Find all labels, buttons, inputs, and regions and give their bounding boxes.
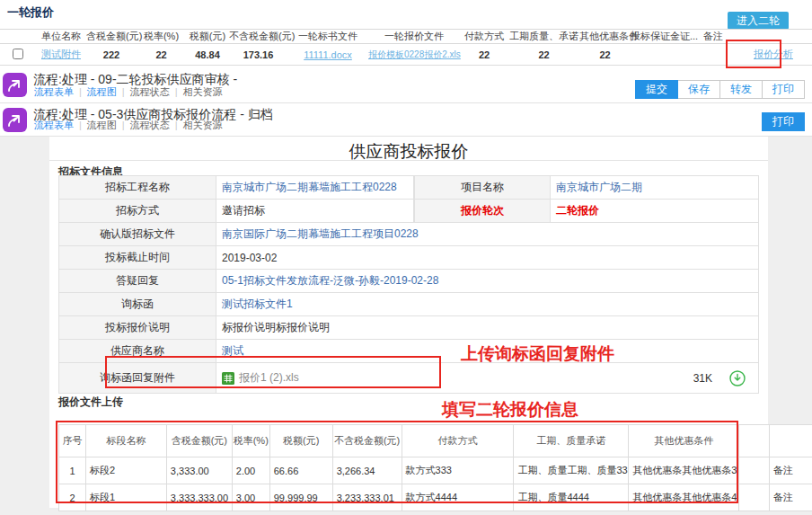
cell-tax-rate: 22 xyxy=(137,49,186,60)
quote-round-value: 二轮报价 xyxy=(551,200,759,222)
link-flow-chart[interactable]: 流程图 xyxy=(87,120,117,130)
col-tax-incl: 含税金额(元) xyxy=(167,425,233,457)
link-flow-status[interactable]: 流程状态 xyxy=(130,86,170,97)
supplier-name-value: 测试 xyxy=(216,340,759,362)
col-other-benefits: 其他优惠条件 xyxy=(629,425,739,457)
col-deposit: 投标保证金证... xyxy=(631,30,692,43)
title-divider xyxy=(49,160,768,161)
enter-round2-button[interactable]: 进入二轮 xyxy=(728,12,789,30)
quote-table: 序号 标段名称 含税金额(元) 税率(%) 税额(元) 不含税金额(元) 付款方… xyxy=(58,424,812,511)
bid-file-link[interactable]: 11111.docx xyxy=(304,49,352,60)
cell-tax-incl: 3,333,333.00 xyxy=(167,484,233,511)
field-label: 招标方式 xyxy=(59,200,216,222)
cell-payment: 22 xyxy=(460,49,508,60)
bid-info-table: 招标工程名称 南京城市广场二期幕墙施工工程0228 项目名称 南京城市广场二期 … xyxy=(58,175,759,394)
cell-spacer xyxy=(739,484,770,511)
col-tax-excl: 不含税金额(元) xyxy=(229,30,287,43)
workflow-icon xyxy=(3,73,27,97)
cell-tax: 99,999.99 xyxy=(270,484,333,511)
cell-tax-rate: 3.00 xyxy=(233,484,270,511)
form-row: 供应商名称 测试 xyxy=(59,340,759,363)
cell-tax-excl: 173.16 xyxy=(229,49,287,60)
link-related-resources[interactable]: 相关资源 xyxy=(183,120,223,130)
col-payment: 付款方式 xyxy=(460,30,508,43)
col-spacer xyxy=(739,425,770,457)
link-flow-chart[interactable]: 流程图 xyxy=(87,86,117,97)
col-tax-excl: 不含税金额(元) xyxy=(333,425,402,457)
excel-file-icon xyxy=(222,372,234,385)
cell-tax-incl: 3,333.00 xyxy=(167,457,233,484)
attachment-filename[interactable]: 报价1 (2).xls xyxy=(239,370,299,386)
field-label: 投标报价说明 xyxy=(59,316,216,339)
col-index: 序号 xyxy=(59,425,86,457)
col-quality: 工期质量、承诺 xyxy=(508,30,579,43)
cell-quality-promise: 工期、质量工期、质量3333 xyxy=(514,457,629,484)
screen: 一轮报价 进入二轮 单位名称 含税金额(元) 税率(%) 税额(元) 不含税金额… xyxy=(0,0,812,515)
form-row: 确认版招标文件 南京国际广场二期幕墙施工工程项目0228 xyxy=(59,223,759,246)
col-tax-incl: 含税金额(元) xyxy=(86,30,137,43)
attachment-cell: 报价1 (2).xls 31K xyxy=(216,363,759,393)
row-checkbox[interactable] xyxy=(13,49,23,59)
attachment-size: 31K xyxy=(693,372,712,385)
download-icon[interactable] xyxy=(729,370,746,386)
inquiry-letter-value: 测试招标文件1 xyxy=(216,293,759,315)
cell-index: 2 xyxy=(59,484,86,511)
col-quality-promise: 工期、质量承诺 xyxy=(514,425,629,457)
field-label: 询标函 xyxy=(59,293,216,315)
col-remark xyxy=(770,425,812,457)
workflow1-buttons: 提交 保存 转发 打印 xyxy=(635,80,805,99)
link-flow-form[interactable]: 流程表单 xyxy=(34,120,74,130)
workflow-icon xyxy=(3,108,27,132)
cell-other: 22 xyxy=(579,49,631,60)
field-label: 供应商名称 xyxy=(59,340,216,362)
forward-button[interactable]: 转发 xyxy=(720,80,763,99)
cell-quality-promise: 工期、质量4444 xyxy=(514,484,629,511)
cell-tax: 66.66 xyxy=(270,457,333,484)
cell-remark: 备注 xyxy=(770,457,812,484)
form-row: 投标截止时间 2019-03-02 xyxy=(59,246,759,270)
quote-file-link[interactable]: 报价模板0228报价2.xls xyxy=(368,49,461,59)
cell-payment: 款方式333 xyxy=(402,457,515,484)
unit-name-link[interactable]: 测试附件 xyxy=(41,49,81,59)
col-tax: 税额(元) xyxy=(186,30,229,43)
link-flow-form[interactable]: 流程表单 xyxy=(34,86,74,97)
cell-tax: 48.84 xyxy=(186,49,229,60)
link-flow-status[interactable]: 流程状态 xyxy=(130,120,170,130)
submit-button[interactable]: 提交 xyxy=(635,80,678,99)
field-label: 项目名称 xyxy=(414,176,551,199)
cell-remark: 备注 xyxy=(770,484,812,511)
project-name-value: 南京城市广场二期 xyxy=(551,176,759,199)
col-tax: 税额(元) xyxy=(270,425,333,457)
cell-section-name: 标段2 xyxy=(86,457,167,484)
quote-table-row: 2 标段1 3,333,333.00 3.00 99,999.99 3,233,… xyxy=(59,484,812,511)
bid-project-name-value: 南京城市广场二期幕墙施工工程0228 xyxy=(216,176,414,199)
print-button[interactable]: 打印 xyxy=(763,80,805,99)
col-unit-name: 单位名称 xyxy=(36,30,86,43)
col-quote-file: 一轮报价文件 xyxy=(368,30,460,43)
bid-method-value: 邀请招标 xyxy=(216,200,414,222)
link-related-resources[interactable]: 相关资源 xyxy=(183,86,223,97)
round1-table: 单位名称 含税金额(元) 税率(%) 税额(元) 不含税金额(元) 一轮标书文件… xyxy=(0,29,812,66)
col-tax-rate: 税率(%) xyxy=(137,30,186,43)
field-label: 询标函回复附件 xyxy=(59,363,216,393)
field-label: 答疑回复 xyxy=(59,270,216,292)
form-panel: 供应商投标报价 招标文件信息 招标工程名称 南京城市广场二期幕墙施工工程0228… xyxy=(49,137,768,508)
quote-analysis-link[interactable]: 报价分析 xyxy=(754,49,793,59)
cell-payment: 款方式4444 xyxy=(402,484,515,511)
cell-spacer xyxy=(739,457,770,484)
cell-section-name: 标段1 xyxy=(86,484,167,511)
quote-note-value: 标报价说明标报价说明 xyxy=(216,316,759,339)
form-row: 投标报价说明 标报价说明标报价说明 xyxy=(59,316,759,340)
confirmed-bid-doc-value: 南京国际广场二期幕墙施工工程项目0228 xyxy=(216,223,759,245)
col-remark: 备注 xyxy=(692,30,735,43)
save-button[interactable]: 保存 xyxy=(678,80,720,99)
quote-round-label: 报价轮次 xyxy=(414,200,551,222)
workflow2-buttons: 打印 xyxy=(762,112,805,131)
field-label: 确认版招标文件 xyxy=(59,223,216,245)
col-payment: 付款方式 xyxy=(402,425,515,457)
print-button[interactable]: 打印 xyxy=(762,112,805,131)
col-section-name: 标段名称 xyxy=(86,425,167,457)
col-bid-file: 一轮标书文件 xyxy=(287,30,368,43)
quote-table-row: 1 标段2 3,333.00 2.00 66.66 3,266.34 款方式33… xyxy=(59,457,812,484)
form-row: 询标函 测试招标文件1 xyxy=(59,293,759,316)
